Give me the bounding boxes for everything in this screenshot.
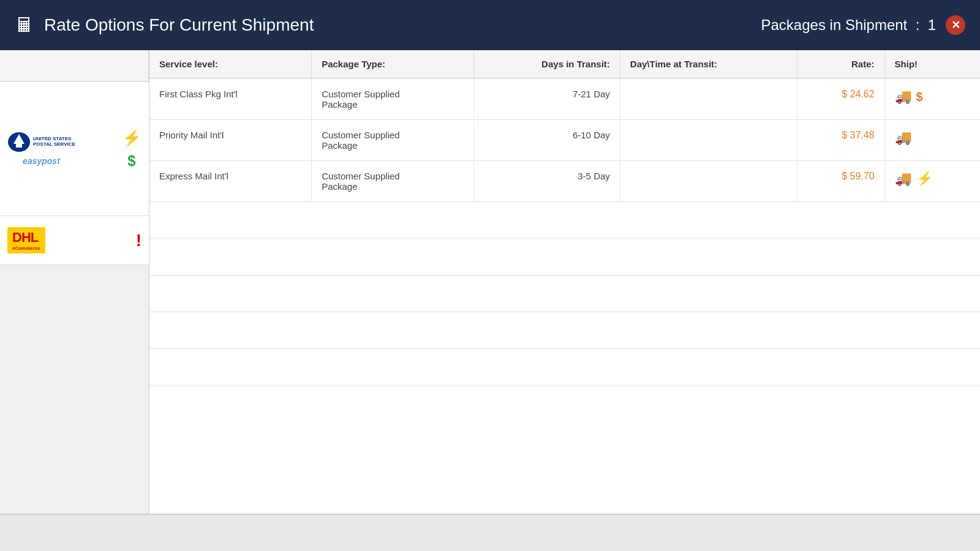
- warning-badge: !: [136, 231, 141, 250]
- rates-table: Service level: Package Type: Days in Tra…: [149, 50, 980, 386]
- svg-rect-2: [16, 144, 22, 148]
- app-container: 🖩 Rate Options For Current Shipment Pack…: [0, 0, 980, 551]
- ship-cell[interactable]: 🚚: [884, 120, 980, 161]
- usps-carrier-block: UNITED STATES POSTAL SERVICE easypost ⚡ …: [0, 82, 149, 216]
- package-type-cell: Customer SuppliedPackage: [312, 78, 474, 120]
- lightning-ship-icon[interactable]: ⚡: [916, 171, 933, 187]
- rate-cell: $ 24.62: [797, 78, 885, 120]
- calculator-icon: 🖩: [15, 14, 34, 37]
- rates-table-container: Service level: Package Type: Days in Tra…: [149, 50, 980, 514]
- empty-row: [149, 349, 980, 386]
- col-package-type: Package Type:: [312, 50, 474, 78]
- dhl-logo: DHL eCommerce: [7, 227, 45, 253]
- daytime-cell: [620, 120, 797, 161]
- col-rate: Rate:: [797, 50, 885, 78]
- table-header-row: Service level: Package Type: Days in Tra…: [149, 50, 980, 78]
- service-cell: First Class Pkg Int'l: [149, 78, 312, 120]
- close-button[interactable]: ✕: [946, 15, 965, 35]
- service-cell: Priority Mail Int'l: [149, 120, 312, 161]
- dollar-ship-icon[interactable]: $: [916, 90, 923, 104]
- days-cell: 3-5 Day: [474, 161, 620, 202]
- empty-row: [149, 312, 980, 349]
- page-title: Rate Options For Current Shipment: [44, 15, 314, 35]
- header: 🖩 Rate Options For Current Shipment Pack…: [0, 0, 980, 50]
- header-right: Packages in Shipment : 1 ✕: [761, 15, 965, 35]
- empty-row: [149, 202, 980, 239]
- rate-cell: $ 37.48: [797, 120, 885, 161]
- service-cell: Express Mail Int'l: [149, 161, 312, 202]
- carrier-sidebar: UNITED STATES POSTAL SERVICE easypost ⚡ …: [0, 50, 149, 514]
- empty-row: [149, 239, 980, 276]
- dhl-sub: eCommerce: [12, 246, 40, 251]
- col-ship: Ship!: [884, 50, 980, 78]
- table-row: Express Mail Int'l Customer SuppliedPack…: [149, 161, 980, 202]
- rate-cell: $ 59.70: [797, 161, 885, 202]
- header-left: 🖩 Rate Options For Current Shipment: [15, 14, 314, 37]
- truck-icon[interactable]: 🚚: [895, 130, 911, 146]
- table-row: Priority Mail Int'l Customer SuppliedPac…: [149, 120, 980, 161]
- dhl-text: DHL: [12, 230, 40, 246]
- col-days-transit: Days in Transit:: [474, 50, 620, 78]
- empty-row: [149, 276, 980, 312]
- truck-icon[interactable]: 🚚: [895, 89, 911, 105]
- usps-eagle-svg: [7, 132, 31, 152]
- footer: [0, 514, 980, 551]
- days-cell: 6-10 Day: [474, 120, 620, 161]
- truck-icon[interactable]: 🚚: [895, 171, 911, 187]
- ship-cell[interactable]: 🚚 ⚡: [884, 161, 980, 202]
- col-daytime-transit: Day\Time at Transit:: [620, 50, 797, 78]
- ship-cell[interactable]: 🚚 $: [884, 78, 980, 120]
- dollar-badge: $: [127, 152, 135, 170]
- table-row: First Class Pkg Int'l Customer SuppliedP…: [149, 78, 980, 120]
- daytime-cell: [620, 161, 797, 202]
- lightning-badge: ⚡: [122, 129, 141, 148]
- package-type-cell: Customer SuppliedPackage: [312, 120, 474, 161]
- package-type-cell: Customer SuppliedPackage: [312, 161, 474, 202]
- usps-text: UNITED STATES POSTAL SERVICE: [33, 137, 75, 148]
- usps-logo: UNITED STATES POSTAL SERVICE easypost: [7, 132, 75, 166]
- daytime-cell: [620, 78, 797, 120]
- easypost-text: easypost: [23, 156, 60, 166]
- dhl-carrier-block: DHL eCommerce !: [0, 216, 149, 265]
- days-cell: 7-21 Day: [474, 78, 620, 120]
- col-service: Service level:: [149, 50, 312, 78]
- packages-label: Packages in Shipment : 1: [761, 17, 936, 34]
